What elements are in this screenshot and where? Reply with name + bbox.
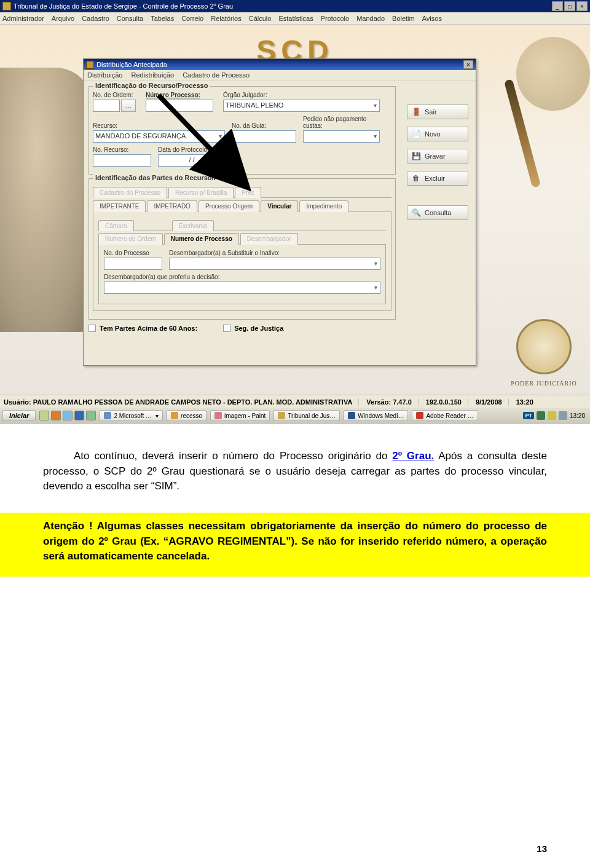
quick-icon[interactable] bbox=[51, 411, 61, 420]
input-data-protocolo[interactable]: / / bbox=[158, 154, 226, 167]
tab-desembargador[interactable]: Desembargador bbox=[240, 233, 298, 245]
btn-gravar[interactable]: 💾 Gravar bbox=[407, 149, 468, 164]
tray-icon[interactable] bbox=[559, 411, 567, 420]
paint-icon bbox=[214, 412, 222, 419]
quick-icon[interactable] bbox=[39, 411, 49, 420]
app-titlebar: Tribunal de Justiça do Estado de Sergipe… bbox=[0, 0, 590, 12]
screenshot-area: Tribunal de Justiça do Estado de Sergipe… bbox=[0, 0, 590, 424]
minimize-button[interactable]: _ bbox=[552, 1, 563, 11]
doc-paragraph: Ato contínuo, deverá inserir o número do… bbox=[0, 424, 590, 513]
tab-recurso-brasilia[interactable]: Recurso p/ Brasília bbox=[168, 187, 234, 198]
dlg-menu-distribuicao[interactable]: Distribuição bbox=[87, 71, 122, 79]
label-no-do-processo: No. do Processo bbox=[104, 250, 165, 256]
dialog-title: Distribuição Antecipada bbox=[96, 61, 167, 68]
btn-sair-label: Sair bbox=[425, 108, 437, 116]
tab-numero-ordem[interactable]: Numero de Ordem bbox=[98, 233, 163, 245]
select-desemb-decisao[interactable] bbox=[104, 282, 380, 294]
start-button[interactable]: Iniciar bbox=[2, 410, 36, 421]
tab-prec[interactable]: Prec bbox=[235, 187, 261, 198]
input-no-do-processo[interactable] bbox=[104, 258, 162, 270]
select-orgao-julgador[interactable]: TRIBUNAL PLENO bbox=[223, 100, 380, 112]
dlg-menu-redistribuicao[interactable]: Redistribuição bbox=[131, 71, 174, 79]
quick-icon[interactable] bbox=[63, 411, 73, 420]
input-numero-processo[interactable] bbox=[146, 100, 213, 112]
input-no-recurso[interactable] bbox=[93, 154, 151, 167]
doc-text-a: Ato contínuo, deverá inserir o número do… bbox=[74, 450, 392, 462]
checkbox-seg-justica[interactable] bbox=[223, 325, 230, 332]
checkbox-partes-60[interactable] bbox=[88, 325, 96, 332]
label-recurso: Recurso: bbox=[93, 122, 228, 129]
tabbody-numero-processo: No. do Processo Desembargador(a) a Subst… bbox=[98, 245, 386, 304]
menu-consulta[interactable]: Consulta bbox=[117, 15, 143, 22]
menu-correio[interactable]: Correio bbox=[181, 15, 203, 22]
search-icon: 🔍 bbox=[411, 208, 421, 218]
background-crest-text: PODER JUDICIÁRIO bbox=[504, 380, 584, 387]
language-badge[interactable]: PT bbox=[523, 412, 534, 419]
dialog-titlebar: Distribuição Antecipada × bbox=[84, 59, 476, 70]
btn-novo[interactable]: 📄 Novo bbox=[407, 127, 468, 141]
app-task-icon bbox=[278, 412, 285, 419]
select-desemb-substituir[interactable] bbox=[169, 258, 380, 270]
menu-administrador[interactable]: Administrador bbox=[2, 15, 44, 22]
label-orgao-julgador: Órgão Julgador: bbox=[223, 92, 383, 98]
quick-icon[interactable] bbox=[74, 411, 84, 420]
menu-boletim[interactable]: Boletim bbox=[392, 15, 415, 22]
taskbar-task[interactable]: Adobe Reader … bbox=[412, 410, 478, 421]
taskbar-task[interactable]: imagem - Paint bbox=[210, 410, 270, 421]
dlg-menu-cadastro[interactable]: Cadastro de Processo bbox=[183, 71, 250, 79]
doc-link-2grau: 2º Grau. bbox=[392, 450, 434, 462]
close-button[interactable]: × bbox=[576, 1, 588, 11]
input-no-ordem[interactable] bbox=[93, 100, 120, 112]
label-seg-justica: Seg. de Justiça bbox=[234, 325, 283, 332]
label-desemb-substituir: Desembargador(a) a Substituir o Inativo: bbox=[169, 250, 380, 256]
app-title: Tribunal de Justiça do Estado de Sergipe… bbox=[14, 2, 233, 10]
tab-escrivania[interactable]: Escrivania bbox=[172, 220, 214, 231]
tab-impedimento[interactable]: Impedimento bbox=[299, 200, 348, 212]
tab-processo-origem[interactable]: Processo Origem bbox=[199, 200, 259, 212]
input-no-guia[interactable] bbox=[232, 130, 296, 143]
status-usuario-value: PAULO RAMALHO PESSOA DE ANDRADE CAMPOS N… bbox=[33, 398, 353, 406]
btn-novo-label: Novo bbox=[425, 130, 441, 138]
select-recurso[interactable]: MANDADO DE SEGURANÇA bbox=[93, 130, 225, 143]
menu-estatisticas[interactable]: Estatísticas bbox=[278, 15, 313, 22]
taskbar-task[interactable]: Tribunal de Jus… bbox=[273, 410, 340, 421]
tab-impetrado[interactable]: IMPETRADO bbox=[147, 200, 197, 212]
menu-relatorios[interactable]: Relatórios bbox=[211, 15, 242, 22]
app-menubar: Administrador Arquivo Cadastro Consulta … bbox=[0, 12, 590, 25]
btn-sair[interactable]: 🚪 Sair bbox=[407, 105, 468, 119]
tray-icon[interactable] bbox=[537, 411, 545, 420]
btn-no-ordem-browse[interactable]: … bbox=[121, 100, 136, 112]
app-statusbar: Usuário: PAULO RAMALHO PESSOA DE ANDRADE… bbox=[0, 395, 590, 408]
taskbar-task[interactable]: Windows Medi… bbox=[344, 410, 408, 421]
taskbar-task[interactable]: recesso bbox=[167, 410, 206, 421]
menu-avisos[interactable]: Avisos bbox=[422, 15, 442, 22]
tab-vincular[interactable]: Vincular bbox=[261, 200, 298, 212]
task-label: Tribunal de Jus… bbox=[288, 412, 336, 419]
menu-calculo[interactable]: Cálculo bbox=[249, 15, 272, 22]
background-crest-icon bbox=[516, 319, 572, 374]
dialog-side-buttons: 🚪 Sair 📄 Novo 💾 Gravar 🗑 Excluir 🔍 bbox=[407, 105, 468, 220]
status-versao-value: 7.47.0 bbox=[393, 398, 412, 406]
menu-arquivo[interactable]: Arquivo bbox=[52, 15, 74, 22]
quick-icon[interactable] bbox=[86, 411, 96, 420]
tab-camara[interactable]: Câmara bbox=[98, 220, 134, 231]
taskbar-task[interactable]: 2 Microsoft …▾ bbox=[100, 410, 163, 421]
tab-impetrante[interactable]: IMPETRANTE bbox=[93, 200, 146, 212]
task-label: Adobe Reader … bbox=[426, 412, 473, 419]
dialog-close-button[interactable]: × bbox=[463, 60, 473, 69]
tray-icon[interactable] bbox=[548, 411, 556, 420]
wmp-icon bbox=[348, 412, 355, 419]
btn-excluir[interactable]: 🗑 Excluir bbox=[407, 171, 468, 186]
label-numero-processo: Número Processo: bbox=[146, 92, 219, 98]
tab-numero-processo-inner[interactable]: Numero de Processo bbox=[164, 233, 239, 245]
tab-cadastro-processo[interactable]: Cadastro do Processo bbox=[93, 187, 167, 198]
dialog-menubar: Distribuição Redistribuição Cadastro de … bbox=[84, 70, 476, 81]
menu-protocolo[interactable]: Protocolo bbox=[321, 15, 349, 22]
trash-icon: 🗑 bbox=[411, 173, 421, 183]
menu-mandado[interactable]: Mandado bbox=[356, 15, 385, 22]
btn-consulta[interactable]: 🔍 Consulta bbox=[407, 205, 468, 220]
menu-cadastro[interactable]: Cadastro bbox=[82, 15, 109, 22]
menu-tabelas[interactable]: Tabelas bbox=[151, 15, 174, 22]
maximize-button[interactable]: □ bbox=[564, 1, 575, 11]
select-pedido-custas[interactable] bbox=[303, 130, 380, 143]
